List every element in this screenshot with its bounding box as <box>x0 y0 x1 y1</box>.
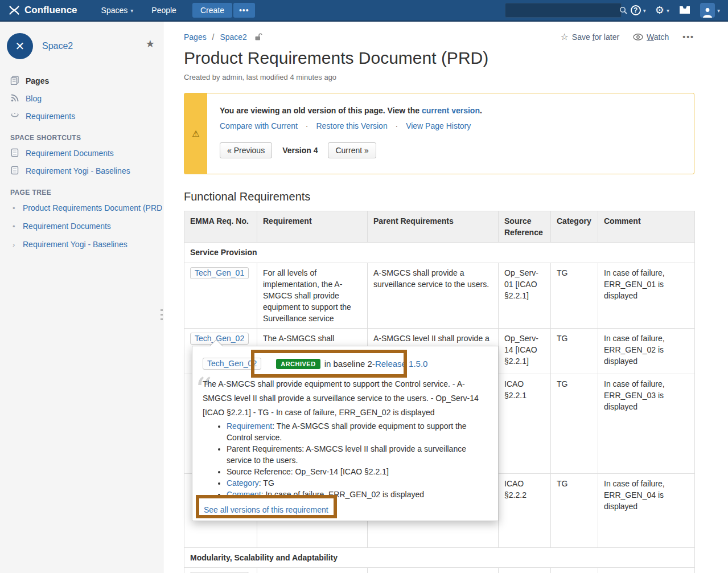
view-page-history-link[interactable]: View Page History <box>406 121 471 130</box>
chevron-right-icon: › <box>13 240 17 249</box>
cell-source: ICAO §2.2.1 <box>499 374 551 474</box>
group-row-modularity: Modularity, Scalability and Adaptability <box>184 548 695 568</box>
page-tree-header: PAGE TREE <box>0 179 163 199</box>
shortcut-requirement-yogi-baselines[interactable]: Requirement Yogi - Baselines <box>0 162 163 179</box>
star-icon[interactable]: ★ <box>146 38 155 50</box>
see-all-versions-link[interactable]: See all versions of this requirement <box>204 505 328 514</box>
category-link[interactable]: Category <box>227 478 259 488</box>
archived-badge: ARCHIVED <box>276 359 320 369</box>
requirement-tooltip-popup: Tech_Gen_02 ARCHIVED in baseline 2- Rele… <box>192 346 499 521</box>
popup-bullet-category: Category: TG <box>227 477 488 489</box>
watch-button[interactable]: Watch <box>633 32 669 42</box>
release-link[interactable]: Release 1.5.0 <box>375 359 428 369</box>
current-version-button[interactable]: Current » <box>328 142 376 158</box>
old-version-banner: ⚠ You are viewing an old version of this… <box>184 93 694 174</box>
table-row: Tech_Gen_01 For all levels of implementa… <box>184 263 695 329</box>
popup-bullet-source: Source Reference: Op_Serv-14 [ICAO §2.2.… <box>227 466 488 477</box>
old-version-message: You are viewing an old version of this p… <box>220 106 694 115</box>
cell-comment: In case of failure, ERR_GEN_02 is displa… <box>598 329 695 374</box>
user-menu[interactable]: ▾ <box>700 3 720 18</box>
sidebar-resize-handle[interactable] <box>161 309 163 323</box>
cell-source: ICAO §2.2.2 <box>499 474 551 548</box>
nav-spaces[interactable]: Spaces▾ <box>92 0 143 21</box>
page-more-button[interactable]: ••• <box>682 32 694 42</box>
sidebar-item-requirements[interactable]: Requirements <box>0 107 163 125</box>
create-more-button[interactable]: ••• <box>233 3 255 18</box>
breadcrumb-pages[interactable]: Pages <box>184 32 207 42</box>
group-row-service-provision: Service Provision <box>184 243 695 263</box>
unlock-icon[interactable] <box>254 32 262 41</box>
chevron-down-icon: ▾ <box>717 7 720 14</box>
page-title: Product Requirements Document (PRD) <box>184 48 694 68</box>
popup-req-badge[interactable]: Tech_Gen_02 <box>203 358 261 370</box>
chevron-down-icon: ▾ <box>130 7 133 14</box>
restore-this-version-link[interactable]: Restore this Version <box>316 121 387 130</box>
current-version-link[interactable]: current version <box>422 106 480 115</box>
search-input[interactable] <box>505 6 615 15</box>
chevron-down-icon: ▾ <box>667 7 669 14</box>
archived-text: in baseline 2- <box>324 359 375 369</box>
watch-label: Watch <box>647 32 669 42</box>
search-box[interactable] <box>505 3 622 18</box>
settings-menu[interactable]: ⚙ ▾ <box>655 5 669 15</box>
tray-icon <box>678 5 691 15</box>
sidebar-item-blog[interactable]: Blog <box>0 89 163 107</box>
requirement-link[interactable]: Requirement <box>227 421 272 431</box>
chevron-down-icon: ▾ <box>643 7 646 14</box>
version-label: Version 4 <box>282 146 318 155</box>
cell-category: TG <box>551 374 598 474</box>
cell-category: TG <box>551 474 598 548</box>
tree-item-requirement-yogi[interactable]: › Requirement Yogi - Baselines <box>0 235 163 253</box>
eye-icon <box>633 34 643 40</box>
section-title: Functional Requirements <box>184 190 694 203</box>
breadcrumb-space2[interactable]: Space2 <box>220 32 246 42</box>
notifications-tray[interactable] <box>678 5 691 15</box>
cell-comment: In case of failure, ERR_GEN_01 is displa… <box>598 263 695 329</box>
cell-category: TG <box>551 568 598 573</box>
brand-name: Confluence <box>24 5 77 16</box>
cell-parent: An A-SMGCS shall be composed <box>368 568 499 573</box>
bullet-icon: • <box>13 222 17 231</box>
confluence-logo[interactable]: Confluence <box>0 4 92 17</box>
tree-item-requirement-documents[interactable]: • Requirement Documents <box>0 217 163 235</box>
req-badge-tech-gen-01[interactable]: Tech_Gen_01 <box>190 267 249 279</box>
cell-source: Op_Serv-14 [ICAO §2.2.1] <box>499 329 551 374</box>
requirements-icon <box>10 111 20 121</box>
previous-version-button[interactable]: « Previous <box>220 142 272 158</box>
warning-icon: ⚠ <box>192 129 199 139</box>
search-icon[interactable] <box>615 6 632 14</box>
save-for-later-button[interactable]: ☆ Save for later <box>560 31 619 42</box>
space-name-link[interactable]: Space2 <box>42 41 73 51</box>
version-links: Compare with Current · Restore this Vers… <box>220 121 694 130</box>
col-header-source: Source Reference <box>499 211 551 243</box>
cell-requirement: The A-SMGCS equipment <box>257 568 368 573</box>
star-outline-icon: ☆ <box>560 31 568 42</box>
compare-with-current-link[interactable]: Compare with Current <box>220 121 298 130</box>
cell-comment: In case of failure, ERR_GEN_04 is displa… <box>598 474 695 548</box>
top-navigation: Confluence Spaces▾ People Create ••• ? ▾… <box>0 0 728 22</box>
col-header-parent: Parent Requirements <box>368 211 499 243</box>
tree-item-prd[interactable]: • Product Requirements Document (PRD <box>0 199 163 217</box>
popup-bullet-requirement: Requirement: The A-SMGCS shall provide e… <box>227 420 488 443</box>
col-header-requirement: Requirement <box>257 211 368 243</box>
gear-icon: ⚙ <box>655 5 664 15</box>
help-menu[interactable]: ? ▾ <box>631 5 646 15</box>
cell-requirement: For all levels of implementation, the A-… <box>257 263 368 329</box>
cell-comment: In case of failure, ERR_GEN_03 is displa… <box>598 374 695 474</box>
popup-bullet-comment: Comment: In case of failure, ERR_GEN_02 … <box>227 489 488 500</box>
space-logo[interactable]: ✕ <box>7 33 33 59</box>
popup-quote-text: The A-SMGCS shall provide equipment to s… <box>203 377 488 420</box>
nav-people[interactable]: People <box>142 0 186 21</box>
col-header-comment: Comment <box>598 211 695 243</box>
page-byline: Created by admin, last modified 4 minute… <box>184 73 694 81</box>
confluence-logo-icon <box>8 4 20 17</box>
create-button[interactable]: Create <box>192 3 232 18</box>
cell-source: Op_Serv-01 [ICAO §2.2.1] <box>499 263 551 329</box>
sidebar-item-pages[interactable]: Pages <box>0 72 163 89</box>
popup-bullet-parent: Parent Requirements: A-SMGCS level II sh… <box>227 443 488 466</box>
popup-detail-list: Requirement: The A-SMGCS shall provide e… <box>227 420 488 500</box>
avatar <box>700 3 715 18</box>
bullet-icon: • <box>13 204 17 212</box>
comment-link[interactable]: Comment <box>227 490 261 499</box>
shortcut-requirement-documents[interactable]: Requirement Documents <box>0 144 163 162</box>
